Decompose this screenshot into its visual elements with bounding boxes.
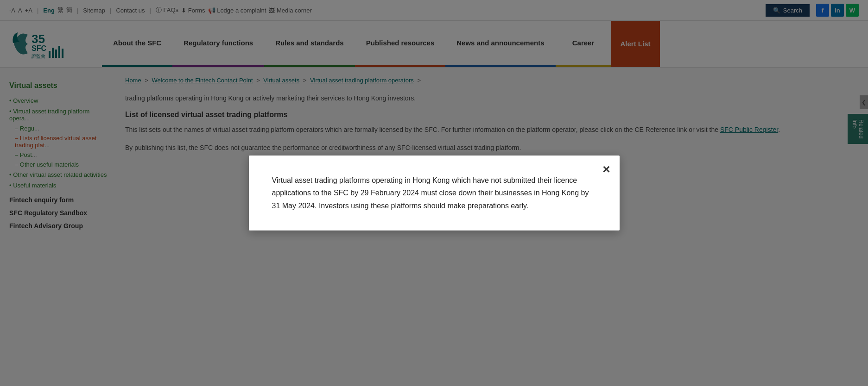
modal-text: Virtual asset trading platforms operatin… bbox=[272, 174, 596, 212]
modal-dialog: × Virtual asset trading platforms operat… bbox=[249, 156, 620, 230]
modal-overlay[interactable]: × Virtual asset trading platforms operat… bbox=[0, 0, 868, 241]
modal-close-button[interactable]: × bbox=[602, 163, 610, 176]
